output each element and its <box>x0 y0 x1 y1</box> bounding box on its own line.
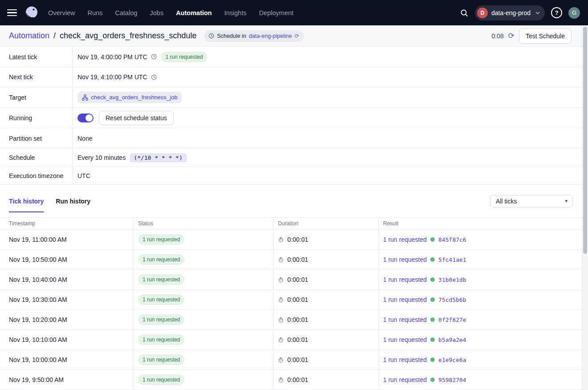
chevron-down-icon <box>534 9 541 16</box>
run-id-link[interactable]: 31b0e1db <box>438 276 466 283</box>
deployment-avatar: D <box>477 8 488 18</box>
tick-duration: 0:00:01 <box>287 316 308 323</box>
tick-result-link[interactable]: 1 run requested <box>383 356 427 363</box>
tick-status-badge: 1 run requested <box>138 254 184 265</box>
deployment-selector[interactable]: D data-eng-prod <box>475 5 545 20</box>
clock-icon <box>208 33 214 39</box>
caret-down-icon: ▾ <box>565 198 568 204</box>
stopwatch-icon <box>278 277 284 283</box>
partition-set-label: Partition set <box>0 128 73 148</box>
run-id-link[interactable]: e1e9ce6a <box>438 357 466 363</box>
hamburger-menu-icon[interactable] <box>7 8 17 18</box>
stopwatch-icon <box>278 357 284 363</box>
test-schedule-button[interactable]: Test Schedule <box>519 28 572 44</box>
nav-item-jobs[interactable]: Jobs <box>150 9 163 16</box>
tick-filter-select[interactable]: All ticks ▾ <box>490 195 573 207</box>
nav-item-automation[interactable]: Automation <box>176 9 212 16</box>
clock-icon <box>151 74 157 80</box>
code-location-link[interactable]: data-eng-pipeline <box>249 33 292 39</box>
detail-row-next-tick: Next tick Nov 19, 4:10:00 PM UTC <box>0 67 588 87</box>
tick-timestamp: Nov 19, 10:40:00 AM <box>9 276 67 283</box>
help-icon[interactable]: ? <box>551 7 562 18</box>
run-id-link[interactable]: 5fc41ae1 <box>438 256 466 263</box>
page-header: Automation / check_avg_orders_freshness_… <box>0 25 588 47</box>
target-job-link[interactable]: check_avg_orders_freshness_job <box>78 92 182 103</box>
scrollbar-thumb[interactable] <box>583 27 587 254</box>
tab-tick-history[interactable]: Tick history <box>9 198 44 205</box>
top-navbar: Overview Runs Catalog Jobs Automation In… <box>0 0 588 25</box>
tick-duration: 0:00:01 <box>287 356 308 363</box>
detail-row-partition-set: Partition set None <box>0 128 588 149</box>
run-id-link[interactable]: b5a9a2e4 <box>438 337 466 343</box>
run-id-link[interactable]: 0f2f627e <box>438 317 466 323</box>
table-row: Nov 19, 10:50:00 AM 1 run requested 0:00… <box>0 250 588 270</box>
table-row: Nov 19, 9:50:00 AM 1 run requested 0:00:… <box>0 370 588 390</box>
tick-duration: 0:00:01 <box>287 336 308 343</box>
stopwatch-icon <box>278 317 284 323</box>
tick-timestamp: Nov 19, 11:00:00 AM <box>9 236 67 243</box>
cron-expression: (*/10 * * * *) <box>130 153 187 162</box>
running-toggle[interactable] <box>78 114 94 122</box>
stopwatch-icon <box>278 377 284 383</box>
latest-tick-time: Nov 19, 4:00:00 PM UTC <box>78 53 147 61</box>
stopwatch-icon <box>278 337 284 343</box>
tick-status-badge: 1 run requested <box>138 274 184 285</box>
tick-result-link[interactable]: 1 run requested <box>383 276 427 283</box>
tab-run-history[interactable]: Run history <box>56 198 90 205</box>
tick-filter-value: All ticks <box>496 198 517 205</box>
nav-item-overview[interactable]: Overview <box>48 9 75 16</box>
search-icon[interactable] <box>460 8 469 17</box>
refresh-icon[interactable]: ⟳ <box>508 32 514 40</box>
tick-result-link[interactable]: 1 run requested <box>383 256 427 263</box>
tick-status-badge: 1 run requested <box>138 294 184 305</box>
run-id-link[interactable]: 75cd5b6b <box>438 297 466 303</box>
job-icon <box>82 94 88 101</box>
tick-duration: 0:00:01 <box>287 376 308 383</box>
table-row: Nov 19, 11:00:00 AM 1 run requested 0:00… <box>0 230 588 250</box>
schedule-label: Schedule <box>0 149 73 167</box>
run-id-link[interactable]: 845f87c6 <box>438 236 466 243</box>
tick-result-link[interactable]: 1 run requested <box>383 316 427 323</box>
running-label: Running <box>0 108 73 128</box>
tick-result-link[interactable]: 1 run requested <box>383 296 427 303</box>
vertical-scrollbar <box>582 25 588 390</box>
nav-item-insights[interactable]: Insights <box>224 9 246 16</box>
tick-result-link[interactable]: 1 run requested <box>383 336 427 343</box>
run-status-dot <box>430 297 435 302</box>
reset-schedule-status-button[interactable]: Reset schedule status <box>99 111 174 125</box>
run-id-link[interactable]: 95982704 <box>438 377 466 383</box>
schedule-text: Every 10 minutes <box>78 154 126 161</box>
column-header-status: Status <box>134 218 274 229</box>
user-avatar[interactable]: G <box>568 7 580 19</box>
tick-status-badge: 1 run requested <box>138 234 184 245</box>
detail-row-timezone: Execution timezone UTC <box>0 167 588 185</box>
header-right-group: 0:08 ⟳ Test Schedule <box>492 28 572 44</box>
tick-duration: 0:00:01 <box>287 236 308 243</box>
tick-result-link[interactable]: 1 run requested <box>383 236 427 243</box>
page-title: check_avg_orders_freshness_schdule <box>60 31 196 41</box>
reload-location-icon[interactable]: ⟳ <box>294 32 299 39</box>
nav-item-runs[interactable]: Runs <box>87 9 102 16</box>
tick-history-table: Timestamp Status Duration Result Nov 19,… <box>0 217 588 390</box>
stopwatch-icon <box>278 297 284 303</box>
run-status-dot <box>430 317 435 322</box>
tick-timestamp: Nov 19, 10:30:00 AM <box>9 296 67 303</box>
run-status-dot <box>430 257 435 262</box>
table-row: Nov 19, 10:20:00 AM 1 run requested 0:00… <box>0 310 588 330</box>
column-header-duration: Duration <box>274 218 379 229</box>
breadcrumb-separator: / <box>53 31 56 41</box>
tick-timestamp: Nov 19, 10:50:00 AM <box>9 256 67 263</box>
tick-result-link[interactable]: 1 run requested <box>383 376 427 383</box>
tick-status-badge: 1 run requested <box>138 374 184 385</box>
detail-row-schedule: Schedule Every 10 minutes (*/10 * * * *) <box>0 149 588 167</box>
latest-tick-status-badge: 1 run requested <box>161 52 207 62</box>
table-row: Nov 19, 10:30:00 AM 1 run requested 0:00… <box>0 290 588 310</box>
dagster-logo-icon <box>23 4 40 21</box>
stopwatch-icon <box>278 237 284 243</box>
nav-item-deployment[interactable]: Deployment <box>259 9 293 16</box>
next-tick-label: Next tick <box>0 67 73 87</box>
breadcrumb-automation-link[interactable]: Automation <box>9 31 49 41</box>
tick-duration: 0:00:01 <box>287 256 308 263</box>
clock-icon <box>151 54 157 60</box>
nav-item-catalog[interactable]: Catalog <box>115 9 137 16</box>
